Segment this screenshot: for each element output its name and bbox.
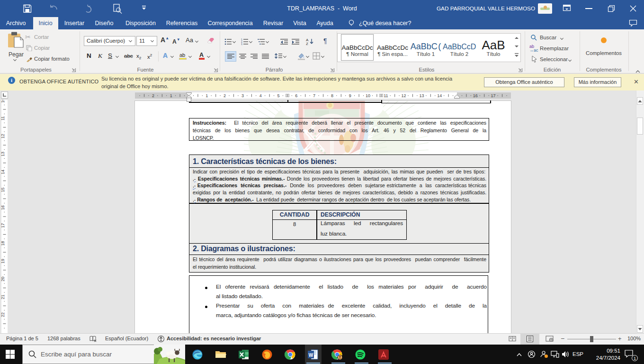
svg-text:3.: 3. xyxy=(241,43,243,46)
svg-text:11: 11 xyxy=(384,93,388,98)
svg-text:8: 8 xyxy=(331,93,333,98)
svg-text:10: 10 xyxy=(366,93,370,98)
svg-text:22: 22 xyxy=(0,312,5,317)
svg-text:W: W xyxy=(309,353,313,358)
svg-text:2: 2 xyxy=(224,93,226,98)
svg-text:4: 4 xyxy=(259,93,262,98)
svg-text:1: 1 xyxy=(206,93,208,98)
svg-text:11: 11 xyxy=(0,116,5,120)
svg-text:13: 13 xyxy=(0,152,5,156)
svg-text:17: 17 xyxy=(0,223,5,228)
svg-text:17: 17 xyxy=(491,93,496,98)
svg-text:5: 5 xyxy=(277,93,279,98)
svg-text:3: 3 xyxy=(242,93,244,98)
svg-text:14: 14 xyxy=(437,93,442,98)
svg-text:20: 20 xyxy=(0,277,5,282)
svg-text:2: 2 xyxy=(152,93,154,98)
svg-text:16: 16 xyxy=(0,205,5,210)
svg-text:10: 10 xyxy=(0,100,5,103)
svg-text:18: 18 xyxy=(0,241,5,246)
svg-text:7: 7 xyxy=(313,93,315,98)
svg-text:Z: Z xyxy=(306,42,308,46)
svg-text:15: 15 xyxy=(0,187,5,192)
svg-text:9: 9 xyxy=(349,93,351,98)
svg-text:1: 1 xyxy=(170,93,172,98)
svg-text:21: 21 xyxy=(0,294,5,299)
svg-text:14: 14 xyxy=(0,170,5,174)
svg-text:12: 12 xyxy=(0,134,5,138)
svg-text:12: 12 xyxy=(402,93,406,98)
svg-text:19: 19 xyxy=(0,259,5,264)
svg-text:6: 6 xyxy=(295,93,297,98)
svg-text:16: 16 xyxy=(473,93,478,98)
svg-text:13: 13 xyxy=(419,93,424,98)
